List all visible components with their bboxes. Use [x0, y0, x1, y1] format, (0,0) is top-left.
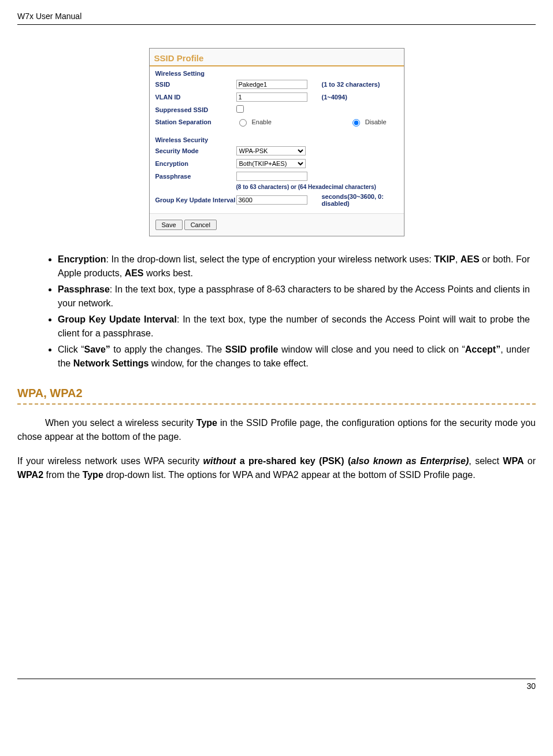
input-group-key[interactable] — [236, 195, 307, 205]
p1-type: Type — [196, 418, 217, 428]
button-row: Save Cancel — [150, 213, 404, 236]
page-number: 30 — [526, 681, 536, 691]
row-suppressed: Suppressed SSID — [150, 103, 404, 116]
b1-tkip: TKIP — [434, 254, 455, 264]
p2-type: Type — [83, 470, 103, 480]
bullet-list: Encryption: In the drop-down list, selec… — [17, 253, 536, 370]
p2-wpa2: WPA2 — [17, 470, 43, 480]
b1-aes: AES — [461, 254, 480, 264]
radio-disable[interactable] — [352, 119, 360, 127]
dashed-rule — [17, 403, 536, 405]
label-enable: Enable — [252, 118, 272, 125]
row-ssid: SSID (1 to 32 characters) — [150, 78, 404, 91]
label-separation: Station Separation — [155, 118, 236, 125]
page-footer: 30 — [17, 679, 536, 691]
b1-end: works best. — [144, 268, 193, 278]
checkbox-suppressed[interactable] — [236, 105, 244, 113]
paragraph-2: If your wireless network uses WPA securi… — [17, 454, 536, 482]
label-encryption: Encryption — [155, 160, 236, 167]
label-vlan: VLAN ID — [155, 94, 236, 101]
p2-end: drop-down list. The options for WPA and … — [103, 470, 476, 480]
screenshot-container: SSID Profile Wireless Setting SSID (1 to… — [17, 48, 536, 236]
select-security-mode[interactable]: WPA-PSK — [236, 146, 306, 155]
page-header: W7x User Manual — [17, 12, 536, 25]
b1-aes2: AES — [125, 268, 144, 278]
ssid-profile-screenshot: SSID Profile Wireless Setting SSID (1 to… — [149, 48, 404, 236]
b4-mid: to apply the changes. The — [110, 344, 225, 354]
select-encryption[interactable]: Both(TKIP+AES) — [236, 159, 306, 168]
b2-text: : In the text box, type a passphrase of … — [58, 284, 530, 308]
b4-save: Save” — [84, 344, 110, 354]
tab-ssid-profile[interactable]: SSID Profile — [154, 51, 204, 65]
paragraph-1: When you select a wireless security Type… — [17, 416, 536, 444]
b4-ssid: SSID profile — [225, 344, 279, 354]
p2-mid3: from the — [43, 470, 83, 480]
b1-text: : In the drop-down list, select the type… — [106, 254, 435, 264]
b2-label: Passphrase — [58, 284, 110, 294]
input-passphrase[interactable] — [236, 172, 307, 181]
input-vlan[interactable] — [236, 92, 307, 102]
row-security-mode: Security Mode WPA-PSK — [150, 144, 404, 157]
label-suppressed: Suppressed SSID — [155, 106, 236, 113]
label-ssid: SSID — [155, 81, 236, 88]
b1-sep: , — [455, 254, 461, 264]
heading-wireless-setting: Wireless Setting — [150, 66, 404, 78]
label-security-mode: Security Mode — [155, 147, 236, 154]
b1-label: Encryption — [58, 254, 106, 264]
row-separation: Station Separation Enable Disable — [150, 116, 404, 128]
tab-bar: SSID Profile — [150, 49, 404, 66]
p2-mid: a pre-shared key (PSK) ( — [236, 456, 351, 466]
p2-aka: also known as Enterprise) — [351, 456, 469, 466]
b4-ns: Network Settings — [73, 358, 149, 368]
cancel-button[interactable]: Cancel — [184, 220, 217, 230]
label-passphrase: Passphrase — [155, 173, 236, 180]
row-group-key: Group Key Update Interval seconds(30~360… — [150, 191, 404, 209]
hint-group-key: seconds(30~3600, 0: disabled) — [317, 193, 398, 207]
row-encryption: Encryption Both(TKIP+AES) — [150, 157, 404, 170]
input-ssid[interactable] — [236, 80, 307, 89]
heading-wireless-security: Wireless Security — [150, 133, 404, 144]
bullet-encryption: Encryption: In the drop-down list, selec… — [58, 253, 536, 280]
b4-mid2: window will close and you need to click … — [278, 344, 465, 354]
section-title-wpa: WPA, WPA2 — [17, 387, 536, 401]
bullet-group-key: Group Key Update Interval: In the text b… — [58, 313, 536, 340]
row-vlan: VLAN ID (1~4094) — [150, 91, 404, 103]
b3-label: Group Key Update Interval — [58, 314, 177, 324]
p2-without: without — [203, 456, 236, 466]
bullet-save: Click “Save” to apply the changes. The S… — [58, 343, 536, 370]
p2-mid2: , select — [469, 456, 503, 466]
p1-pre: When you select a wireless security — [45, 418, 196, 428]
label-disable: Disable — [365, 118, 387, 125]
p2-wpa: WPA — [503, 456, 524, 466]
b4-accept: Accept” — [465, 344, 500, 354]
b4-pre: Click “ — [58, 344, 84, 354]
manual-title: W7x User Manual — [17, 12, 81, 21]
row-passphrase: Passphrase — [150, 170, 404, 183]
bullet-passphrase: Passphrase: In the text box, type a pass… — [58, 283, 536, 310]
p2-or: or — [524, 456, 536, 466]
save-button[interactable]: Save — [155, 220, 183, 230]
hint-ssid: (1 to 32 characters) — [317, 81, 398, 88]
radio-enable[interactable] — [239, 119, 247, 127]
hint-vlan: (1~4094) — [317, 94, 398, 101]
label-group-key: Group Key Update Interval — [155, 197, 236, 203]
b4-end: window, for the changes to take effect. — [149, 358, 308, 368]
p2-pre: If your wireless network uses WPA securi… — [17, 456, 203, 466]
hint-passphrase: (8 to 63 characters) or (64 Hexadecimal … — [150, 183, 404, 191]
